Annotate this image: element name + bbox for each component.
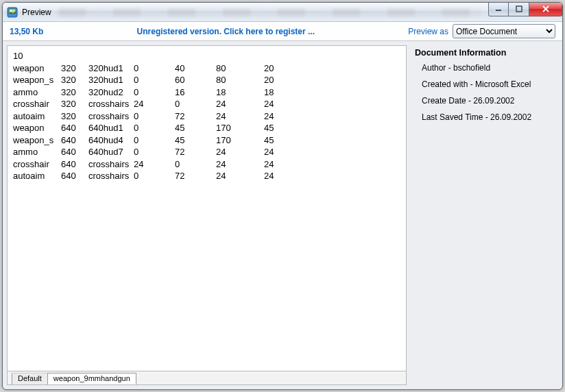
cell: 170 [216,134,264,147]
table-row: weapon_s320320hud10608020 [13,74,285,86]
cell: 640 [61,122,88,134]
cell: 72 [175,170,216,182]
first-line: 10 [13,50,400,62]
close-button[interactable] [529,3,562,16]
sheet-tab[interactable]: weapon_9mmhandgun [47,373,136,384]
maximize-button[interactable] [509,3,529,16]
doc-info-row: Author - bschofield [422,63,553,73]
cell: 24 [134,158,175,171]
cell: crosshairs [88,170,134,182]
table-row: weapon640640hud104517045 [13,122,285,134]
cell: weapon_s [13,134,61,147]
preview-as-select[interactable]: Office Document [453,24,555,38]
window-controls [488,3,562,16]
doc-info-heading: Document Information [415,48,553,58]
table-row: weapon_s640640hud404517045 [13,134,285,147]
svg-point-2 [10,10,12,12]
cell: 0 [134,74,175,86]
cell: 20 [264,62,285,75]
cell: 640hud7 [88,146,134,158]
titlebar[interactable]: Preview [3,3,562,22]
svg-rect-4 [516,6,522,12]
cell: 24 [134,98,175,110]
cell: 24 [264,110,285,123]
cell: crosshairs [88,158,134,171]
cell: 0 [134,86,175,99]
cell: 72 [175,110,216,123]
cell: 640hud4 [88,134,134,147]
preview-pane: 10 weapon320320hud10408020weapon_s320320… [7,45,407,385]
window-title: Preview [22,8,51,17]
table-row: ammo640640hud70722424 [13,146,285,158]
cell: 640 [61,146,88,158]
cell: 45 [175,134,216,147]
cell: 45 [264,122,285,134]
cell: 320 [61,74,88,86]
cell: ammo [13,86,61,99]
preview-body[interactable]: 10 weapon320320hud10408020weapon_s320320… [8,46,406,371]
content-area: 10 weapon320320hud10408020weapon_s320320… [7,45,558,385]
cell: 640hud1 [88,122,134,134]
cell: weapon_s [13,74,61,86]
cell: 320hud1 [88,74,134,86]
table-row: ammo320320hud20161818 [13,86,285,99]
table-row: crosshair640crosshairs2402424 [13,158,285,171]
table-row: crosshair320crosshairs2402424 [13,98,285,110]
info-bar: 13,50 Kb Unregistered version. Click her… [3,22,562,41]
cell: 320 [61,86,88,99]
cell: 72 [175,146,216,158]
cell: 80 [216,62,264,75]
table-row: autoaim640crosshairs0722424 [13,170,285,182]
cell: crosshairs [88,98,134,110]
preview-window: Preview 13,50 Kb Unregistered version. C… [2,2,563,390]
cell: 24 [216,110,264,123]
cell: 45 [175,122,216,134]
cell: 20 [264,74,285,86]
cell: 18 [216,86,264,99]
cell: 640 [61,158,88,171]
doc-info-row: Last Saved Time - 26.09.2002 [422,112,553,122]
app-icon [7,7,18,18]
titlebar-blur [58,7,481,18]
cell: 320 [61,110,88,123]
table-row: weapon320320hud10408020 [13,62,285,75]
cell: 45 [264,134,285,147]
cell: 0 [134,62,175,75]
cell: 80 [216,74,264,86]
cell: 170 [216,122,264,134]
cell: 16 [175,86,216,99]
cell: 320hud2 [88,86,134,99]
register-link[interactable]: Unregistered version. Click here to regi… [43,27,408,36]
data-table: weapon320320hud10408020weapon_s320320hud… [13,62,285,182]
cell: 640 [61,170,88,182]
cell: 24 [216,158,264,171]
sheet-tab[interactable]: Default [12,373,48,384]
cell: autoaim [13,110,61,123]
cell: 0 [134,134,175,147]
cell: 320 [61,98,88,110]
cell: 18 [264,86,285,99]
cell: crosshair [13,158,61,171]
cell: 24 [216,98,264,110]
cell: 40 [175,62,216,75]
doc-info-row: Create Date - 26.09.2002 [422,96,553,106]
minimize-button[interactable] [488,3,509,16]
doc-info-pane: Document Information Author - bschofield… [407,45,558,385]
cell: 320hud1 [88,62,134,75]
cell: 24 [264,170,285,182]
cell: 640 [61,134,88,147]
cell: 24 [264,158,285,171]
sheet-tabs: Defaultweapon_9mmhandgun [8,371,406,384]
cell: weapon [13,62,61,75]
cell: crosshair [13,98,61,110]
cell: 0 [134,110,175,123]
filesize-label: 13,50 Kb [10,27,43,36]
preview-as-label: Preview as [408,27,448,36]
cell: autoaim [13,170,61,182]
svg-rect-3 [496,10,501,11]
cell: 24 [216,170,264,182]
cell: 60 [175,74,216,86]
cell: 24 [264,146,285,158]
cell: 24 [216,146,264,158]
cell: 0 [134,146,175,158]
